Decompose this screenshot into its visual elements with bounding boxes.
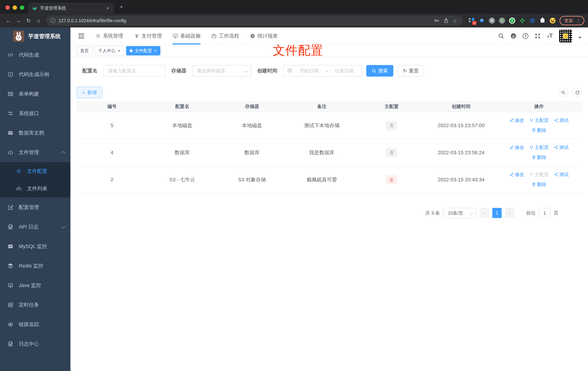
browser-menu-icon[interactable] <box>576 18 581 23</box>
close-icon[interactable] <box>118 48 120 53</box>
bookmark-star-icon[interactable] <box>452 18 458 23</box>
password-key-icon[interactable] <box>434 18 440 23</box>
nav-item-system[interactable]: 系统管理 <box>95 27 123 44</box>
sidebar-item-code-generation[interactable]: 代码生成 <box>0 45 70 65</box>
share-icon[interactable] <box>443 18 449 23</box>
avatar-caret-icon[interactable] <box>578 37 581 40</box>
delete-action[interactable]: 删除 <box>532 126 546 135</box>
config-name-input[interactable] <box>103 65 165 77</box>
extension-gem-icon[interactable] <box>479 17 485 24</box>
refresh-table-button[interactable] <box>572 88 582 97</box>
sidebar-item-label: 表单构建 <box>19 91 39 97</box>
page-size-select[interactable]: 10条/页 <box>443 208 476 218</box>
edit-action[interactable]: 修改 <box>509 170 524 179</box>
sidebar-item-tracing[interactable]: 链路追踪 <box>0 315 70 334</box>
chrome-update-button[interactable]: 更新 <box>559 16 584 25</box>
extension-eye-icon[interactable] <box>529 17 536 24</box>
current-page[interactable]: 1 <box>492 208 502 218</box>
maximize-window-button[interactable] <box>20 5 24 10</box>
profile-emoji-icon[interactable] <box>549 17 556 24</box>
tab-close-icon[interactable] <box>105 5 111 11</box>
nav-item-infrastructure[interactable]: 基础设施 <box>173 27 200 44</box>
page-tab-file-config[interactable]: 文件配置 <box>126 46 160 55</box>
new-tab-button[interactable] <box>118 4 125 10</box>
cloud-download-icon <box>8 149 13 155</box>
site-favicon-icon <box>32 5 37 11</box>
master-action-disabled: 主配置 <box>529 170 549 179</box>
font-size-icon[interactable] <box>547 33 553 39</box>
cell-remark: 我是数据库 <box>287 139 357 166</box>
edit-action[interactable]: 修改 <box>509 116 524 125</box>
add-button[interactable]: 新增 <box>77 87 102 98</box>
sidebar-item-label: 链路追踪 <box>19 321 39 328</box>
sidebar-item-log-center[interactable]: 日志中心 <box>0 334 70 354</box>
help-icon[interactable] <box>523 33 528 39</box>
log-edit-icon <box>8 224 13 230</box>
toggle-search-button[interactable] <box>558 88 568 97</box>
master-action[interactable]: 主配置 <box>529 143 549 152</box>
close-window-button[interactable] <box>5 5 10 10</box>
sidebar-item-java-monitor[interactable]: Java 监控 <box>0 276 70 295</box>
monitor-icon <box>8 283 13 288</box>
sidebar-item-file-list[interactable]: 文件列表 <box>0 180 70 197</box>
test-action[interactable]: 测试 <box>554 143 569 152</box>
github-icon[interactable] <box>510 33 516 39</box>
search-icon[interactable] <box>498 33 504 39</box>
minimize-window-button[interactable] <box>13 5 17 10</box>
goto-page-input[interactable] <box>539 208 550 218</box>
sidebar-item-redis-monitor[interactable]: Redis 监控 <box>0 256 70 276</box>
cell-id: 5 <box>77 112 147 139</box>
sidebar-item-label: 定时任务 <box>19 301 39 308</box>
sidebar-item-system-api[interactable]: 系统接口 <box>0 104 70 123</box>
home-button[interactable] <box>34 16 43 25</box>
close-icon[interactable] <box>154 48 157 53</box>
sidebar-item-code-gen-example[interactable]: 代码生成示例 <box>0 65 70 84</box>
delete-action[interactable]: 删除 <box>532 153 546 162</box>
url-bar[interactable]: 127.0.0.1:1024/infra/file/file-config <box>46 16 463 26</box>
briefcase-icon <box>211 33 217 39</box>
sidebar-item-file-management[interactable]: 文件管理 <box>0 143 70 162</box>
browser-tab[interactable]: 芋道管理系统 <box>28 2 114 14</box>
app-logo[interactable]: 芋道管理系统 <box>0 27 70 45</box>
nav-item-reports[interactable]: 统计报表 <box>250 27 278 44</box>
extensions-puzzle-icon[interactable] <box>539 17 546 24</box>
extension-tabs-icon[interactable]: 11 <box>468 17 475 24</box>
next-page-button[interactable] <box>505 208 514 218</box>
collapse-menu-icon[interactable] <box>78 33 84 39</box>
extension-recorder-icon[interactable] <box>499 17 505 24</box>
calendar-icon <box>287 68 292 74</box>
search-button[interactable]: 搜索 <box>366 65 393 77</box>
sidebar-item-label: 代码生成示例 <box>19 71 49 78</box>
user-avatar[interactable] <box>559 30 572 42</box>
sidebar-item-api-log[interactable]: API 日志 <box>0 217 70 237</box>
back-button[interactable] <box>4 16 13 25</box>
storage-select[interactable]: 请选择存储器 <box>192 65 251 77</box>
nav-item-workflow[interactable]: 工作流程 <box>211 27 239 44</box>
extension-star-icon[interactable] <box>519 17 525 24</box>
reset-button[interactable]: 重置 <box>398 65 424 77</box>
screen: 芋道管理系统 127.0.0.1:1024/infra/file/file-co… <box>0 0 588 371</box>
master-action[interactable]: 主配置 <box>529 116 549 125</box>
edit-action[interactable]: 修改 <box>509 143 524 152</box>
page-info-icon[interactable] <box>51 18 55 23</box>
sidebar-item-file-config[interactable]: 文件配置 <box>0 163 70 180</box>
sidebar-item-form-builder[interactable]: 表单构建 <box>0 84 70 104</box>
test-action[interactable]: 测试 <box>554 170 569 179</box>
nav-item-payment[interactable]: 支付管理 <box>134 27 162 44</box>
reload-button[interactable] <box>24 16 33 25</box>
extension-command-icon[interactable] <box>489 17 495 24</box>
sidebar-item-db-doc[interactable]: 数据库文档 <box>0 123 70 143</box>
date-range-picker[interactable]: 开始日期 - 结束日期 <box>283 65 362 77</box>
sidebar-submenu-file: 文件配置 文件列表 <box>0 162 70 198</box>
test-action[interactable]: 测试 <box>554 116 569 125</box>
page-tab-home[interactable]: 首页 <box>77 46 93 55</box>
forward-button[interactable] <box>14 16 23 25</box>
page-tab-profile[interactable]: 个人中心 <box>95 46 124 55</box>
sidebar-item-mysql-monitor[interactable]: MySQL 监控 <box>0 237 70 256</box>
sidebar-item-config-management[interactable]: 配置管理 <box>0 198 70 217</box>
prev-page-button[interactable] <box>480 208 489 218</box>
delete-action[interactable]: 删除 <box>532 180 546 189</box>
fullscreen-icon[interactable] <box>535 33 541 39</box>
sidebar-item-cron-job[interactable]: 定时任务 <box>0 295 70 315</box>
extension-y-icon[interactable]: Y <box>509 17 515 24</box>
